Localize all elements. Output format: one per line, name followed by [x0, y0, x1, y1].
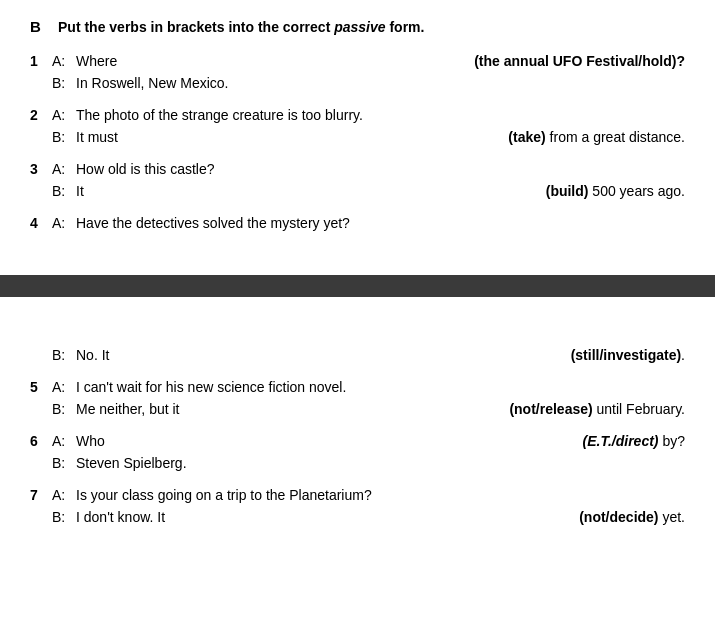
- right-phrase-2b: (take) from a great distance.: [508, 129, 685, 145]
- text-4a: Have the detectives solved the mystery y…: [76, 215, 685, 231]
- qa-item-4b-cont: B: No. It (still/investigate).: [30, 347, 685, 367]
- speaker-4b: B:: [52, 347, 76, 363]
- qa-row-5b: B: Me neither, but it (not/release) unti…: [30, 401, 685, 421]
- item-number-4: 4: [30, 215, 52, 231]
- qa-row-6a: 6 A: Who (E.T./direct) by?: [30, 433, 685, 453]
- divider-bar: [0, 275, 715, 297]
- right-phrase-5b: (not/release) until February.: [509, 401, 685, 417]
- speaker-2b: B:: [52, 129, 76, 145]
- item-number-3: 3: [30, 161, 52, 177]
- text-7a: Is your class going on a trip to the Pla…: [76, 487, 685, 503]
- speaker-7b: B:: [52, 509, 76, 525]
- qa-item-3: 3 A: How old is this castle? B: It (buil…: [30, 161, 685, 203]
- text-5a: I can't wait for his new science fiction…: [76, 379, 685, 395]
- speaker-7a: A:: [52, 487, 76, 503]
- text-1b: In Roswell, New Mexico.: [76, 75, 685, 91]
- qa-item-7: 7 A: Is your class going on a trip to th…: [30, 487, 685, 529]
- speaker-1b: B:: [52, 75, 76, 91]
- right-phrase-3b: (build) 500 years ago.: [546, 183, 685, 199]
- qa-item-2: 2 A: The photo of the strange creature i…: [30, 107, 685, 149]
- qa-row-4a: 4 A: Have the detectives solved the myst…: [30, 215, 685, 235]
- right-phrase-6a: (E.T./direct) by?: [583, 433, 685, 449]
- speaker-3b: B:: [52, 183, 76, 199]
- bold-part-3b: (build): [546, 183, 589, 199]
- qa-row-7b: B: I don't know. It (not/decide) yet.: [30, 509, 685, 529]
- text-3a: How old is this castle?: [76, 161, 685, 177]
- bold-part-6a: (E.T./direct): [583, 433, 659, 449]
- speaker-4a: A:: [52, 215, 76, 231]
- qa-row-4b: B: No. It (still/investigate).: [30, 347, 685, 367]
- speaker-1a: A:: [52, 53, 76, 69]
- qa-row-7a: 7 A: Is your class going on a trip to th…: [30, 487, 685, 507]
- qa-row-3b: B: It (build) 500 years ago.: [30, 183, 685, 203]
- text-2a: The photo of the strange creature is too…: [76, 107, 685, 123]
- bottom-section: B: No. It (still/investigate). 5 A: I ca…: [0, 297, 715, 561]
- qa-row-2b: B: It must (take) from a great distance.: [30, 129, 685, 149]
- item-number-6: 6: [30, 433, 52, 449]
- qa-row-2a: 2 A: The photo of the strange creature i…: [30, 107, 685, 127]
- qa-row-6b: B: Steven Spielberg.: [30, 455, 685, 475]
- speaker-3a: A:: [52, 161, 76, 177]
- speaker-2a: A:: [52, 107, 76, 123]
- bold-part-4b: (still/investigate): [571, 347, 681, 363]
- bold-part-5b: (not/release): [509, 401, 592, 417]
- qa-row-3a: 3 A: How old is this castle?: [30, 161, 685, 181]
- text-6b: Steven Spielberg.: [76, 455, 685, 471]
- qa-item-4: 4 A: Have the detectives solved the myst…: [30, 215, 685, 235]
- section-letter: B: [30, 18, 46, 35]
- item-number-2: 2: [30, 107, 52, 123]
- top-spacer: [30, 317, 685, 347]
- speaker-5b: B:: [52, 401, 76, 417]
- qa-row-1a: 1 A: Where (the annual UFO Festival/hold…: [30, 53, 685, 73]
- section-header: B Put the verbs in brackets into the cor…: [30, 18, 685, 35]
- top-section: B Put the verbs in brackets into the cor…: [0, 0, 715, 267]
- right-phrase-1a: (the annual UFO Festival/hold)?: [474, 53, 685, 69]
- bold-part-7b: (not/decide): [579, 509, 658, 525]
- instruction-italic: passive: [334, 19, 385, 35]
- instruction-text-end: form.: [386, 19, 425, 35]
- qa-row-1b: B: In Roswell, New Mexico.: [30, 75, 685, 95]
- qa-row-5a: 5 A: I can't wait for his new science fi…: [30, 379, 685, 399]
- item-number-5: 5: [30, 379, 52, 395]
- right-phrase-4b: (still/investigate).: [571, 347, 685, 363]
- instruction-text-start: Put the verbs in brackets into the corre…: [58, 19, 334, 35]
- qa-item-5: 5 A: I can't wait for his new science fi…: [30, 379, 685, 421]
- item-number-1: 1: [30, 53, 52, 69]
- qa-item-1: 1 A: Where (the annual UFO Festival/hold…: [30, 53, 685, 95]
- qa-item-6: 6 A: Who (E.T./direct) by? B: Steven Spi…: [30, 433, 685, 475]
- speaker-6b: B:: [52, 455, 76, 471]
- right-phrase-7b: (not/decide) yet.: [579, 509, 685, 525]
- bold-part-2b: (take): [508, 129, 545, 145]
- speaker-5a: A:: [52, 379, 76, 395]
- speaker-6a: A:: [52, 433, 76, 449]
- section-instruction: Put the verbs in brackets into the corre…: [58, 19, 424, 35]
- item-number-7: 7: [30, 487, 52, 503]
